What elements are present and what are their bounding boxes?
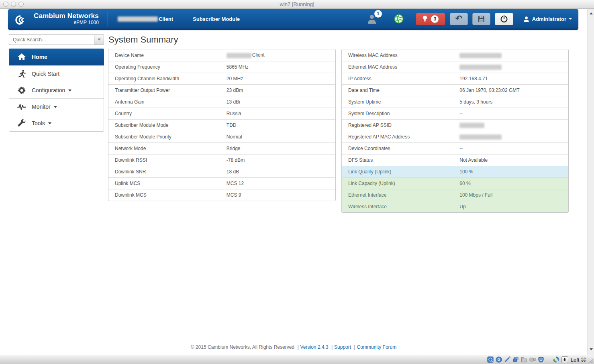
- row-label: Ethernet MAC Address: [342, 64, 459, 70]
- sidebar-item-label: Monitor: [32, 104, 51, 110]
- chevron-down-icon: [54, 106, 57, 108]
- scroll-down-button[interactable]: [588, 346, 594, 353]
- usb-icon[interactable]: [538, 356, 544, 363]
- chevron-down-icon: [68, 89, 71, 92]
- row-label: Transmitter Output Power: [108, 87, 227, 93]
- community-forum-link[interactable]: Community Forum: [357, 344, 397, 350]
- quick-start-icon: [17, 69, 26, 78]
- table-row: System Description--: [342, 108, 568, 119]
- row-value: [459, 134, 568, 140]
- row-label: Link Quality (Uplink): [342, 169, 459, 175]
- row-value: MCS 9: [227, 192, 335, 198]
- row-label: Downlink MCS: [108, 192, 227, 198]
- window-titlebar[interactable]: win7 [Running]: [0, 0, 594, 9]
- admin-menu[interactable]: Administrator: [523, 16, 572, 22]
- table-row: Registered AP MAC Address: [342, 131, 568, 142]
- table-row: Wireless InterfaceUp: [342, 201, 568, 212]
- statusbar-separator: [548, 356, 548, 363]
- row-label: Downlink SNR: [108, 169, 227, 175]
- undo-button[interactable]: ↶: [450, 13, 468, 25]
- table-row: Network ModeBridge: [108, 142, 335, 154]
- row-label: Link Capacity (Uplink): [342, 181, 459, 186]
- sidebar-item-tools[interactable]: Tools: [9, 115, 104, 131]
- quick-search-input[interactable]: [9, 34, 94, 45]
- status-table: Wireless MAC AddressEthernet MAC Address…: [341, 49, 569, 213]
- row-value: 192.168.4.71: [459, 76, 568, 81]
- row-value: Bridge: [227, 146, 335, 151]
- version-link[interactable]: Version 2.4.3: [300, 344, 329, 350]
- row-value: Up: [459, 204, 568, 209]
- nav-client-tab[interactable]: Client: [118, 16, 173, 22]
- admin-label: Administrator: [532, 16, 566, 22]
- vbox-statusbar: Left ⌘: [0, 355, 594, 364]
- app-header: Cambium Networks ePMP 1000 Client Subscr…: [8, 9, 578, 30]
- sidebar-menu: HomeQuick StartConfigurationMonitorTools: [9, 49, 104, 132]
- row-label: Antenna Gain: [108, 99, 227, 105]
- network-icon[interactable]: [512, 356, 519, 363]
- system-summary-table: Device NameClientOperating Frequency5865…: [108, 49, 336, 201]
- header-separator: [108, 12, 108, 26]
- connected-users-icon[interactable]: 1: [367, 14, 377, 24]
- row-label: Date and Time: [342, 87, 459, 93]
- alerts-button[interactable]: 3: [416, 13, 445, 25]
- vm-viewport: Cambium Networks ePMP 1000 Client Subscr…: [0, 9, 594, 355]
- row-value: 100 Mbps / Full: [459, 192, 568, 198]
- sidebar-item-label: Quick Start: [32, 71, 59, 77]
- table-row: Ethernet Interface100 Mbps / Full: [342, 189, 568, 201]
- table-row: Wireless MAC Address: [342, 49, 568, 61]
- sidebar: HomeQuick StartConfigurationMonitorTools: [9, 34, 104, 132]
- hard-disk-icon[interactable]: [487, 356, 494, 363]
- table-row: Transmitter Output Power23 dBm: [108, 84, 335, 96]
- scroll-up-button[interactable]: [588, 10, 594, 17]
- support-link[interactable]: Support: [334, 344, 351, 350]
- row-label: Wireless Interface: [342, 204, 459, 209]
- resize-grip[interactable]: [588, 358, 593, 363]
- video-capture-icon[interactable]: [529, 356, 536, 363]
- sidebar-item-quick-start[interactable]: Quick Start: [9, 65, 104, 82]
- brand-name: Cambium Networks: [34, 12, 99, 20]
- redacted-text: [459, 65, 502, 70]
- redacted-text: [459, 53, 502, 58]
- table-row: DFS StatusNot Available: [342, 154, 568, 166]
- redacted-text: [118, 16, 158, 22]
- lightbulb-icon: [422, 15, 428, 22]
- header-separator: [183, 12, 183, 26]
- wrench-icon: [17, 119, 26, 128]
- sidebar-item-monitor[interactable]: Monitor: [9, 98, 104, 115]
- cambium-logo-icon: [14, 11, 31, 27]
- sidebar-item-home[interactable]: Home: [9, 49, 104, 65]
- table-row: Antenna Gain13 dBi: [108, 96, 335, 108]
- sidebar-item-configuration[interactable]: Configuration: [9, 82, 104, 98]
- table-row: IP Address192.168.4.71: [342, 73, 568, 84]
- row-label: Network Mode: [108, 146, 227, 151]
- row-value: [459, 122, 568, 128]
- quick-search-dropdown-button[interactable]: [94, 34, 104, 45]
- host-key-menu-icon[interactable]: [561, 356, 568, 363]
- row-value: --: [459, 146, 568, 151]
- mouse-integration-icon[interactable]: [553, 356, 559, 363]
- table-row: Device NameClient: [108, 49, 335, 61]
- connected-users-badge: 1: [374, 10, 382, 18]
- monitor-icon: [17, 102, 26, 111]
- table-row: Ethernet MAC Address: [342, 61, 568, 73]
- table-row: Subscriber Module ModeTDD: [108, 119, 335, 131]
- row-value: 5865 MHz: [227, 64, 335, 70]
- table-row: Downlink SNR18 dB: [108, 166, 335, 177]
- nav-subscriber-module-tab[interactable]: Subscriber Module: [193, 16, 240, 22]
- row-value: Client: [227, 52, 335, 58]
- optical-disk-icon[interactable]: [496, 356, 502, 363]
- redacted-text: [227, 53, 251, 58]
- save-button[interactable]: [472, 13, 490, 25]
- page-footer: © 2015 Cambium Networks, All Rights Rese…: [0, 344, 587, 350]
- shared-folder-icon[interactable]: [521, 356, 527, 363]
- browser-scrollbar[interactable]: [587, 9, 594, 355]
- chevron-down-icon: [48, 122, 51, 124]
- reboot-button[interactable]: [495, 13, 513, 25]
- row-value: --: [459, 111, 568, 116]
- row-value: 60 %: [459, 181, 568, 186]
- table-row: Uplink MCSMCS 12: [108, 177, 335, 189]
- globe-icon[interactable]: [394, 14, 404, 24]
- table-row: Link Quality (Uplink)100 %: [342, 166, 568, 177]
- row-label: System Uptime: [342, 99, 459, 105]
- pen-icon[interactable]: [504, 356, 510, 363]
